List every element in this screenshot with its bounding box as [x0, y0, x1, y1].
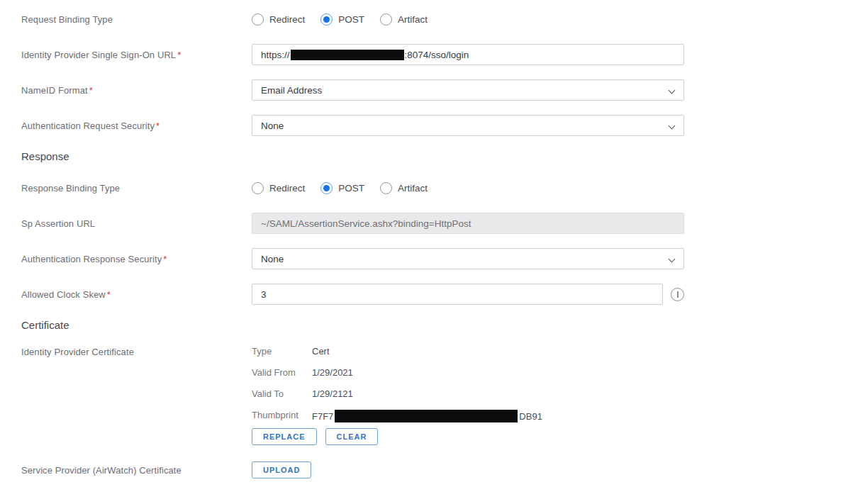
sso-url-input[interactable]: https://:8074/sso/login: [252, 44, 684, 65]
radio-unchecked-icon: [380, 13, 392, 26]
cert-thumbprint-row: Thumbprint F7F7DB91: [252, 410, 684, 422]
required-asterisk: *: [163, 254, 167, 264]
request-binding-radio-redirect[interactable]: Redirect: [252, 13, 305, 26]
chevron-down-icon: [669, 87, 676, 94]
saml-settings-form: Request Binding Type Redirect POST Artif…: [0, 0, 843, 481]
auth-request-security-select[interactable]: None: [252, 115, 684, 136]
idp-certificate-row: Identity Provider Certificate Type Cert …: [0, 346, 843, 445]
nameid-format-select[interactable]: Email Address: [252, 79, 684, 101]
radio-unchecked-icon: [252, 182, 264, 194]
info-icon[interactable]: [671, 288, 684, 301]
radio-unchecked-icon: [252, 13, 264, 26]
sp-assertion-url-input: ~/SAML/AssertionService.ashx?binding=Htt…: [252, 213, 684, 234]
upload-button[interactable]: UPLOAD: [252, 461, 311, 478]
response-binding-label: Response Binding Type: [0, 183, 252, 194]
redaction-block: [335, 410, 518, 422]
auth-response-security-label: Authentication Response Security*: [0, 254, 252, 264]
idp-certificate-label: Identity Provider Certificate: [0, 346, 252, 357]
cert-valid-to-row: Valid To 1/29/2121: [252, 388, 684, 399]
required-asterisk: *: [156, 121, 160, 131]
response-section-header: Response: [0, 150, 843, 163]
clock-skew-row: Allowed Clock Skew*: [0, 284, 843, 305]
clear-button[interactable]: CLEAR: [325, 428, 379, 445]
response-binding-radio-redirect[interactable]: Redirect: [252, 182, 305, 194]
sso-url-label: Identity Provider Single Sign-On URL*: [0, 50, 252, 60]
chevron-down-icon: [669, 123, 676, 130]
request-binding-radio-post[interactable]: POST: [320, 13, 364, 26]
auth-request-security-row: Authentication Request Security* None: [0, 115, 843, 136]
nameid-format-row: NameID Format* Email Address: [0, 79, 843, 101]
request-binding-label: Request Binding Type: [0, 14, 252, 25]
certificate-section-header: Certificate: [0, 319, 843, 332]
sp-certificate-row: Service Provider (AirWatch) Certificate …: [0, 459, 843, 481]
response-binding-row: Response Binding Type Redirect POST Arti…: [0, 177, 843, 198]
cert-valid-from-row: Valid From 1/29/2021: [252, 367, 684, 378]
request-binding-row: Request Binding Type Redirect POST Artif…: [0, 9, 843, 30]
sp-assertion-url-row: Sp Assertion URL ~/SAML/AssertionService…: [0, 213, 843, 234]
radio-checked-icon: [320, 182, 333, 194]
auth-response-security-row: Authentication Response Security* None: [0, 248, 843, 269]
sp-certificate-label: Service Provider (AirWatch) Certificate: [0, 465, 252, 476]
replace-button[interactable]: REPLACE: [252, 428, 317, 445]
required-asterisk: *: [89, 85, 93, 96]
required-asterisk: *: [107, 289, 111, 300]
cert-type-row: Type Cert: [252, 346, 684, 357]
radio-unchecked-icon: [380, 182, 392, 194]
sso-url-row: Identity Provider Single Sign-On URL* ht…: [0, 44, 843, 65]
required-asterisk: *: [177, 50, 181, 60]
response-binding-radio-group: Redirect POST Artifact: [252, 182, 428, 194]
request-binding-radio-group: Redirect POST Artifact: [252, 13, 428, 26]
nameid-format-label: NameID Format*: [0, 85, 252, 96]
clock-skew-label: Allowed Clock Skew*: [0, 289, 252, 300]
response-binding-radio-artifact[interactable]: Artifact: [380, 182, 428, 194]
clock-skew-input[interactable]: [252, 284, 663, 305]
auth-response-security-select[interactable]: None: [252, 248, 684, 269]
radio-checked-icon: [320, 13, 333, 26]
request-binding-radio-artifact[interactable]: Artifact: [380, 13, 428, 26]
chevron-down-icon: [669, 256, 676, 263]
sp-assertion-url-label: Sp Assertion URL: [0, 218, 252, 229]
cert-actions: REPLACE CLEAR: [252, 428, 684, 445]
auth-request-security-label: Authentication Request Security*: [0, 121, 252, 131]
response-binding-radio-post[interactable]: POST: [320, 182, 364, 194]
redaction-block: [291, 50, 404, 60]
